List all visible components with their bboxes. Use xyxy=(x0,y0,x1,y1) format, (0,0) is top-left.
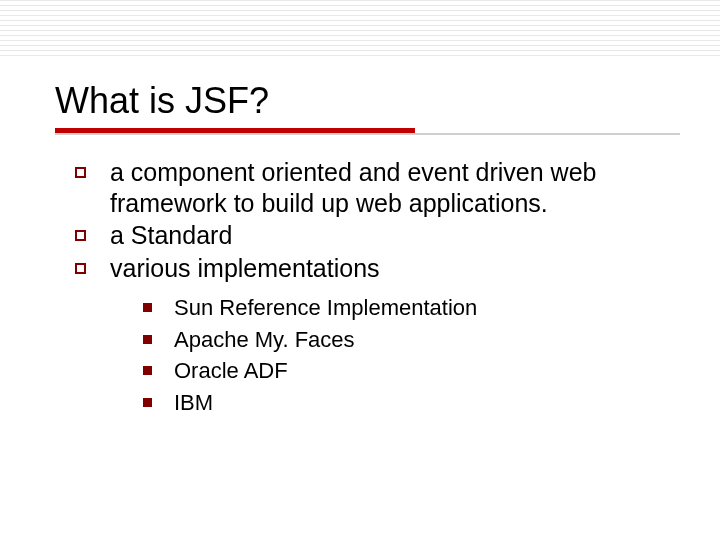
title-rule xyxy=(55,128,680,135)
list-item: IBM xyxy=(143,388,680,418)
slide-title: What is JSF? xyxy=(55,80,680,122)
list-item: Apache My. Faces xyxy=(143,325,680,355)
bullet-text: various implementations xyxy=(110,253,680,284)
bullet-text: a Standard xyxy=(110,220,680,251)
square-solid-icon xyxy=(143,366,152,375)
subbullet-text: Apache My. Faces xyxy=(174,325,680,355)
slide-content: What is JSF? a component oriented and ev… xyxy=(55,80,680,420)
square-open-icon xyxy=(75,230,86,241)
list-item: a component oriented and event driven we… xyxy=(75,157,680,218)
square-solid-icon xyxy=(143,398,152,407)
list-item: various implementations xyxy=(75,253,680,284)
bullet-list-level2: Sun Reference Implementation Apache My. … xyxy=(143,293,680,418)
subbullet-text: Sun Reference Implementation xyxy=(174,293,680,323)
list-item: Oracle ADF xyxy=(143,356,680,386)
square-open-icon xyxy=(75,263,86,274)
square-solid-icon xyxy=(143,303,152,312)
list-item: a Standard xyxy=(75,220,680,251)
list-item: Sun Reference Implementation xyxy=(143,293,680,323)
square-open-icon xyxy=(75,167,86,178)
square-solid-icon xyxy=(143,335,152,344)
header-stripes xyxy=(0,0,720,60)
bullet-list-level1: a component oriented and event driven we… xyxy=(75,157,680,283)
subbullet-text: IBM xyxy=(174,388,680,418)
bullet-text: a component oriented and event driven we… xyxy=(110,157,680,218)
subbullet-text: Oracle ADF xyxy=(174,356,680,386)
